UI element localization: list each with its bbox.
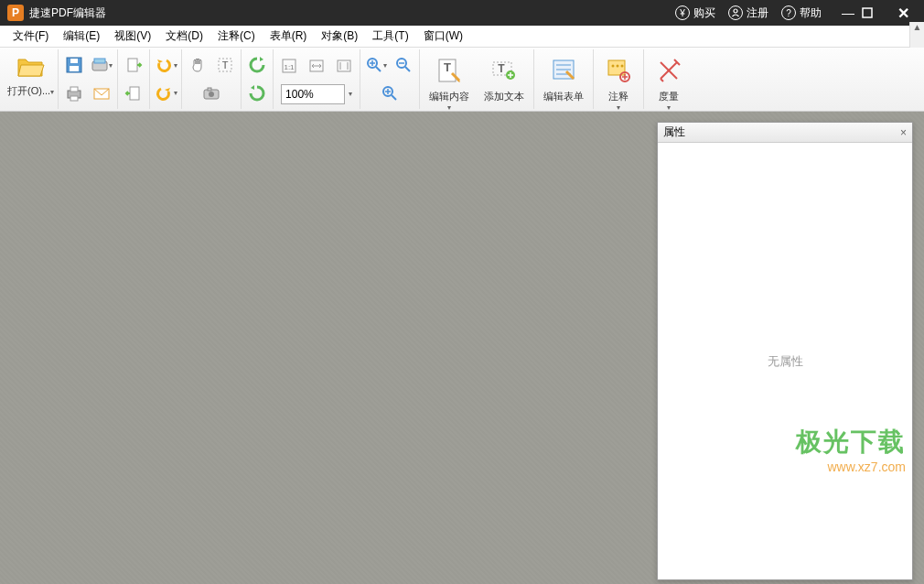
menu-view[interactable]: 视图(V): [107, 28, 158, 44]
menu-bar: 文件(F) 编辑(E) 视图(V) 文档(D) 注释(C) 表单(R) 对象(B…: [0, 26, 924, 48]
menu-annotate[interactable]: 注释(C): [210, 28, 263, 44]
svg-point-16: [209, 92, 214, 97]
menu-tools[interactable]: 工具(T): [365, 28, 415, 44]
toolbar: 打开(O)...▾ ▾ ▾ ▾ T: [0, 48, 924, 112]
app-title: 捷速PDF编辑器: [29, 5, 106, 21]
edit-form-button[interactable]: 编辑表单: [538, 51, 589, 107]
buy-label: 购买: [693, 5, 715, 21]
svg-text:1:1: 1:1: [285, 63, 295, 71]
scan-button[interactable]: ▾: [90, 53, 113, 77]
properties-empty-text: 无属性: [768, 353, 803, 370]
svg-point-32: [612, 65, 615, 68]
annotate-group: 注释 ▾: [594, 49, 644, 109]
measure-group: 度量 ▾: [644, 49, 693, 109]
zoom-in-button[interactable]: ▾: [364, 53, 388, 77]
svg-rect-21: [338, 60, 350, 71]
fit-page-button[interactable]: [332, 54, 356, 78]
zoom-out-button[interactable]: [392, 53, 415, 77]
open-group: 打开(O)...▾: [4, 49, 59, 109]
app-logo: P: [7, 5, 24, 21]
edit-text-group: T 编辑内容 ▾ T 添加文本: [420, 49, 534, 109]
edit-content-label: 编辑内容: [429, 90, 469, 103]
svg-rect-11: [128, 59, 137, 71]
add-text-label: 添加文本: [484, 90, 524, 103]
svg-point-34: [621, 65, 624, 68]
export-group: [118, 49, 150, 109]
annotate-label: 注释: [608, 90, 629, 103]
zoom-input[interactable]: [281, 84, 345, 104]
select-tools-group: T: [182, 49, 242, 109]
scroll-up-icon[interactable]: ▲: [910, 22, 924, 37]
svg-text:T: T: [222, 59, 229, 70]
zoom-group: 1:1 ▾: [274, 49, 360, 109]
help-label: 帮助: [800, 5, 822, 21]
svg-text:T: T: [498, 62, 505, 75]
properties-panel: 属性 × 无属性: [657, 122, 913, 580]
undo-button[interactable]: ▾: [154, 53, 177, 77]
text-select-button[interactable]: T: [213, 53, 237, 77]
question-icon: ?: [781, 5, 796, 20]
help-button[interactable]: ? 帮助: [781, 5, 822, 21]
panel-close-icon[interactable]: ×: [900, 126, 907, 139]
email-button[interactable]: [90, 81, 113, 105]
maximize-button[interactable]: [862, 7, 889, 18]
annotate-button[interactable]: 注释 ▾: [597, 51, 639, 115]
svg-rect-12: [130, 87, 139, 100]
svg-point-33: [617, 65, 619, 68]
print-button[interactable]: [62, 81, 86, 105]
rotate-group: [242, 49, 274, 109]
register-button[interactable]: 注册: [728, 5, 768, 21]
actual-size-button[interactable]: 1:1: [277, 54, 301, 78]
history-group: ▾ ▾: [150, 49, 182, 109]
rotate-cw-button[interactable]: [245, 81, 269, 105]
measure-button[interactable]: 度量 ▾: [648, 51, 690, 115]
menu-file[interactable]: 文件(F): [5, 28, 56, 44]
properties-title: 属性: [663, 124, 685, 140]
svg-point-0: [734, 9, 737, 13]
menu-edit[interactable]: 编辑(E): [56, 28, 107, 44]
menu-document[interactable]: 文档(D): [158, 28, 210, 44]
rotate-ccw-button[interactable]: [245, 53, 269, 77]
buy-button[interactable]: ¥ 购买: [675, 5, 715, 21]
export-right-button[interactable]: [122, 81, 145, 105]
menu-form[interactable]: 表单(R): [263, 28, 315, 44]
edit-form-group: 编辑表单: [534, 49, 594, 109]
zoom-buttons-group: ▾: [360, 49, 420, 109]
file-actions-group: ▾: [59, 49, 118, 109]
edit-content-button[interactable]: T 编辑内容 ▾: [424, 51, 475, 115]
register-label: 注册: [747, 5, 768, 21]
yen-icon: ¥: [675, 5, 690, 20]
menu-window[interactable]: 窗口(W): [416, 28, 470, 44]
svg-text:T: T: [444, 60, 451, 74]
svg-rect-17: [208, 88, 211, 91]
redo-button[interactable]: ▾: [154, 81, 177, 105]
export-left-button[interactable]: [122, 53, 145, 77]
snapshot-button[interactable]: [199, 81, 223, 105]
close-button[interactable]: ✕: [889, 5, 917, 22]
properties-body: 无属性: [658, 143, 912, 579]
open-button[interactable]: [16, 51, 47, 82]
svg-rect-6: [94, 59, 105, 63]
svg-rect-9: [70, 96, 78, 101]
properties-panel-header[interactable]: 属性 ×: [658, 123, 912, 143]
title-bar: P 捷速PDF编辑器 ¥ 购买 注册 ? 帮助 — ✕: [0, 0, 924, 26]
add-text-button[interactable]: T 添加文本: [478, 51, 530, 107]
edit-form-label: 编辑表单: [543, 90, 584, 103]
save-button[interactable]: [62, 53, 86, 77]
zoom-marquee-button[interactable]: [378, 81, 402, 105]
menu-object[interactable]: 对象(B): [314, 28, 365, 44]
minimize-button[interactable]: —: [834, 5, 862, 20]
open-label: 打开(O)...▾: [7, 84, 54, 98]
svg-rect-1: [863, 8, 872, 17]
svg-rect-3: [70, 66, 79, 71]
fit-width-button[interactable]: [305, 54, 328, 78]
hand-tool-button[interactable]: [186, 53, 210, 77]
svg-rect-4: [70, 59, 78, 63]
user-icon: [728, 5, 743, 20]
measure-label: 度量: [659, 90, 679, 103]
svg-rect-8: [70, 87, 78, 92]
